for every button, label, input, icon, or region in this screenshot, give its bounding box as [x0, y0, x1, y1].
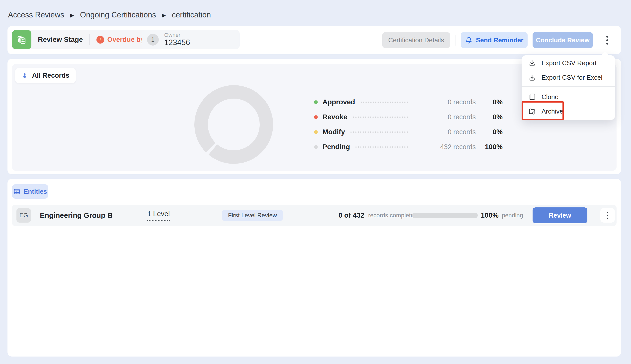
divider	[456, 34, 456, 46]
entity-name: Engineering Group B	[40, 205, 113, 226]
dotted-leader	[350, 132, 408, 133]
archive-icon	[528, 108, 536, 115]
percent-label: pending	[502, 212, 523, 219]
all-records-label: All Records	[32, 72, 69, 80]
send-reminder-button[interactable]: Send Reminder	[461, 32, 528, 48]
entity-progress-bar	[412, 212, 478, 218]
dotted-leader	[353, 116, 408, 118]
owner-count-badge: 1	[147, 34, 159, 46]
menu-item-archive[interactable]: Archive	[522, 104, 615, 118]
legend-records: 0 records	[413, 113, 476, 121]
legend-row-pending: Pending 432 records 100%	[314, 142, 503, 152]
more-actions-kebab-icon[interactable]	[601, 31, 612, 49]
legend-label: Pending	[323, 143, 350, 151]
bell-icon	[465, 36, 473, 44]
legend-percent: 100%	[476, 143, 503, 151]
entity-row-kebab-icon[interactable]	[600, 208, 615, 222]
breadcrumb-ongoing-certifications[interactable]: Ongoing Certifications	[80, 10, 156, 20]
legend-label: Revoke	[323, 113, 347, 121]
revoke-dot-icon	[314, 115, 318, 119]
header-bar: Review Stage ! Overdue by 3 days 1 Owner…	[8, 26, 621, 54]
clone-icon	[528, 93, 536, 100]
legend-row-modify: Modify 0 records 0%	[314, 127, 503, 137]
approved-dot-icon	[314, 100, 318, 104]
dotted-leader	[355, 146, 408, 148]
stage-label: Review Stage	[38, 36, 83, 44]
menu-divider	[522, 86, 615, 87]
entity-avatar: EG	[17, 208, 31, 222]
more-actions-menu: Export CSV Report Export CSV for Excel C…	[522, 55, 615, 120]
download-icon	[528, 74, 536, 81]
legend-row-approved: Approved 0 records 0%	[314, 97, 503, 107]
table-icon	[13, 188, 21, 195]
entity-row: EG Engineering Group B 1 Level First Lev…	[12, 205, 616, 226]
breadcrumb-separator-icon: ▶	[162, 12, 166, 18]
percent-value: 100%	[481, 212, 499, 219]
legend-percent: 0%	[476, 113, 503, 121]
entity-level[interactable]: 1 Level	[147, 205, 170, 226]
entity-completion: 0 of 432 records completed	[339, 205, 417, 226]
entity-stage-badge: First Level Review	[222, 210, 283, 221]
entities-label: Entities	[24, 188, 47, 196]
chart-legend: Approved 0 records 0% Revoke 0 records 0…	[314, 97, 503, 156]
send-reminder-label: Send Reminder	[476, 36, 524, 44]
legend-row-revoke: Revoke 0 records 0%	[314, 112, 503, 122]
menu-item-export-csv-excel[interactable]: Export CSV for Excel	[522, 70, 615, 85]
records-donut-chart	[191, 82, 276, 167]
menu-item-export-csv-report[interactable]: Export CSV Report	[522, 56, 615, 70]
conclude-review-button[interactable]: Conclude Review	[533, 32, 593, 48]
legend-label: Modify	[323, 128, 345, 136]
certification-details-button[interactable]: Certification Details	[382, 32, 450, 48]
completed-count: 0 of 432	[339, 212, 364, 219]
review-cards-icon	[12, 30, 32, 49]
legend-percent: 0%	[476, 98, 503, 106]
dotted-leader	[361, 102, 408, 103]
person-icon	[22, 72, 28, 79]
owner-label: Owner	[164, 32, 190, 38]
tab-all-records[interactable]: All Records	[15, 68, 76, 83]
menu-item-clone[interactable]: Clone	[522, 90, 615, 104]
breadcrumb-access-reviews[interactable]: Access Reviews	[8, 10, 64, 20]
legend-percent: 0%	[476, 128, 503, 136]
owner-value: 123456	[164, 38, 190, 47]
download-icon	[528, 59, 536, 67]
review-button[interactable]: Review	[533, 208, 587, 223]
completed-label: records completed	[368, 212, 417, 219]
modify-dot-icon	[314, 130, 318, 134]
legend-records: 0 records	[413, 98, 476, 106]
entity-percent: 100% pending	[481, 205, 523, 226]
tab-entities[interactable]: Entities	[12, 184, 48, 199]
legend-records: 0 records	[413, 128, 476, 136]
overdue-warning-icon: !	[96, 36, 104, 44]
breadcrumb-certification[interactable]: certification	[172, 10, 211, 20]
pending-dot-icon	[314, 145, 318, 149]
divider	[90, 34, 90, 45]
breadcrumb: Access Reviews ▶ Ongoing Certifications …	[8, 10, 211, 20]
legend-label: Approved	[323, 98, 355, 106]
owner-pill: 1 Owner 123456	[142, 30, 240, 49]
breadcrumb-separator-icon: ▶	[70, 12, 74, 18]
entities-card: Entities EG Engineering Group B 1 Level …	[8, 179, 621, 356]
legend-records: 432 records	[413, 143, 476, 151]
